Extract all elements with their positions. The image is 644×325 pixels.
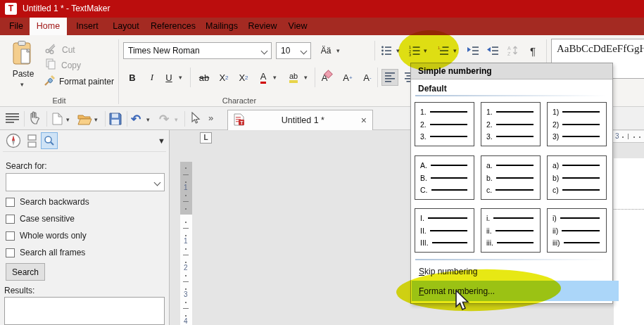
tab-insert[interactable]: Insert [70, 18, 105, 35]
document-tab[interactable]: T Untitled 1 * × [227, 110, 373, 130]
checkbox-box [6, 231, 15, 241]
close-tab-icon[interactable]: × [361, 115, 367, 126]
horizontal-ruler[interactable]: 3 [613, 131, 644, 143]
numbering-style-I-period[interactable]: I.II.III. [415, 208, 474, 253]
checkbox-label: Case sensitive [20, 214, 75, 224]
stacked-squares-icon [27, 134, 38, 148]
new-document-dropdown-arrow[interactable]: ▾ [66, 117, 70, 123]
numbering-style-a-period[interactable]: a.b.c. [481, 155, 541, 200]
bullet-list-button[interactable] [378, 42, 395, 59]
subscript-button[interactable]: X2 [215, 69, 232, 86]
paste-dropdown-arrow[interactable]: ▾ [20, 82, 24, 88]
highlight-glyph: ab [289, 72, 298, 83]
tab-mailings[interactable]: Mailings [201, 18, 243, 35]
checkbox-box [6, 248, 15, 257]
decrease-indent-button[interactable] [484, 42, 500, 59]
change-case-dropdown-arrow[interactable]: ▾ [336, 48, 340, 54]
font-size-combobox[interactable]: 10 [276, 42, 311, 59]
numbering-style-i-period[interactable]: i.ii.iii. [481, 208, 541, 253]
italic-button[interactable]: I [144, 69, 160, 86]
divider [415, 95, 607, 96]
checkbox-whole-words[interactable] [6, 231, 15, 243]
highlight-dropdown-arrow[interactable]: ▾ [304, 75, 308, 81]
floppy-disk-icon [109, 113, 122, 125]
open-dropdown-arrow[interactable]: ▾ [94, 117, 98, 123]
checkbox-case-sensitive[interactable] [6, 214, 15, 227]
sidebar-menu-arrow[interactable]: ▼ [158, 136, 165, 145]
tab-view[interactable]: View [282, 18, 313, 35]
save-button[interactable] [109, 113, 122, 128]
numbering-style-i-paren[interactable]: i)ii)iii) [547, 208, 607, 253]
strikethrough-button[interactable]: ab [196, 69, 213, 86]
formatting-marks-button[interactable]: ¶ [525, 42, 541, 59]
tab-home[interactable]: Home [30, 18, 67, 35]
vertical-ruler[interactable]: 1 1 2 3 4 [180, 148, 192, 325]
superscript-button[interactable]: X2 [235, 69, 252, 86]
numbering-style-A-period[interactable]: A.B.C. [415, 155, 474, 200]
open-button[interactable] [77, 114, 92, 128]
reset-formatting-button[interactable]: A [318, 69, 335, 86]
ruler-tick [185, 235, 187, 236]
numbering-style-a-paren[interactable]: a)b)c) [547, 155, 607, 200]
separator [374, 41, 375, 60]
navigate-pane-button[interactable] [6, 133, 21, 151]
ruler-tick [185, 288, 187, 290]
numbering-style-1-period[interactable]: 1.2.3. [415, 102, 474, 146]
underline-dropdown-arrow[interactable]: ▾ [179, 75, 182, 81]
separator [190, 68, 191, 87]
pilcrow-glyph: ¶ [530, 45, 536, 57]
sidebar-toggle-button[interactable] [6, 113, 20, 126]
redo-dropdown-arrow[interactable]: ▾ [175, 117, 178, 123]
paste-label: Paste [6, 69, 41, 79]
cut-label: Cut [62, 45, 75, 55]
separator [105, 111, 106, 127]
align-left-button[interactable] [381, 69, 398, 86]
tab-layout[interactable]: Layout [106, 18, 146, 35]
bullet-list-icon [381, 45, 392, 56]
touch-mode-button[interactable] [29, 111, 42, 128]
font-color-dropdown-arrow[interactable]: ▾ [273, 75, 277, 81]
tab-file[interactable]: File [3, 18, 30, 35]
change-case-button[interactable]: Ää [317, 42, 335, 59]
undo-button[interactable]: ↶ [131, 112, 141, 127]
results-label: Results: [4, 286, 34, 295]
app-icon: T [5, 3, 17, 15]
ruler-tick [185, 167, 187, 169]
redo-button[interactable]: ↷ [159, 112, 169, 127]
increase-indent-button[interactable] [464, 42, 481, 59]
document-tab-icon: T [234, 113, 245, 128]
window-title: Untitled 1 * - TextMaker [23, 4, 111, 13]
objects-pane-button[interactable] [27, 134, 38, 151]
results-list[interactable] [4, 297, 165, 325]
new-document-icon [52, 113, 63, 125]
new-document-button[interactable] [52, 113, 63, 128]
font-name-value: Times New Roman [128, 46, 200, 56]
tab-review[interactable]: Review [244, 18, 281, 35]
shrink-font-button[interactable]: A- [359, 69, 376, 86]
highlight-button[interactable]: ab [284, 69, 303, 86]
checkbox-all-frames[interactable] [6, 248, 15, 260]
tab-references[interactable]: References [147, 18, 199, 35]
grow-font-button[interactable]: A+ [339, 69, 356, 86]
search-input[interactable] [6, 173, 165, 191]
format-painter-button[interactable]: Format painter [44, 75, 121, 89]
paste-button[interactable]: Paste ▾ [6, 39, 41, 96]
tab-stop-selector[interactable]: L [200, 132, 212, 144]
select-mode-button[interactable] [190, 112, 201, 128]
search-button[interactable]: Search [6, 263, 45, 281]
search-pane-button[interactable] [41, 132, 58, 149]
toolbar-overflow-button[interactable]: » [208, 113, 213, 123]
undo-dropdown-arrow[interactable]: ▾ [146, 117, 150, 123]
copy-button[interactable]: Copy [45, 59, 115, 72]
font-name-combobox[interactable]: Times New Roman [123, 42, 272, 59]
numbering-style-1-paren[interactable]: 1)2)3) [547, 102, 607, 146]
cut-button[interactable]: Cut [45, 44, 115, 56]
sort-button[interactable]: AZ [505, 42, 522, 59]
numbering-style-1-period-alt[interactable]: 1.2.3. [481, 102, 541, 146]
bold-button[interactable]: B [124, 69, 141, 86]
checkbox-search-backwards[interactable] [6, 197, 15, 210]
font-color-button[interactable]: A [255, 69, 272, 86]
plus-sign: + [349, 75, 353, 81]
search-button-label: Search [12, 267, 39, 277]
underline-button[interactable]: U [160, 69, 177, 86]
